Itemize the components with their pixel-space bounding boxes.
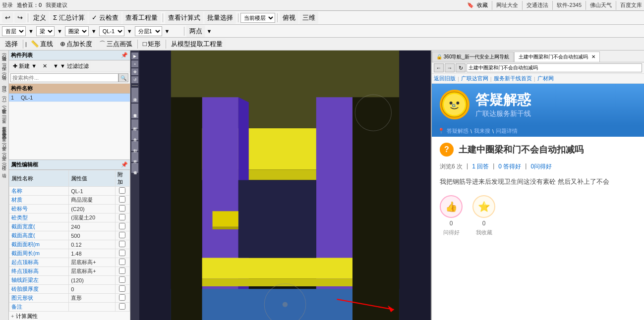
- prop-name-1[interactable]: 材质: [9, 196, 69, 205]
- plan-view-btn[interactable]: 俯视: [280, 12, 298, 24]
- prop-name-4[interactable]: 截面宽度(: [9, 222, 69, 231]
- cloud-check-btn[interactable]: ✓ 云检查: [89, 12, 121, 24]
- prop-name-10[interactable]: 轴线距梁左: [9, 276, 69, 285]
- stat-answers[interactable]: 1 回答: [472, 162, 489, 171]
- prop-name-0[interactable]: 名称: [9, 187, 69, 196]
- link-weather[interactable]: 佛山天气: [590, 1, 612, 9]
- panel-pin-icon[interactable]: 📌: [121, 52, 128, 58]
- prop-name-9[interactable]: 终点顶标高: [9, 267, 69, 276]
- name-select[interactable]: QL-1: [99, 26, 124, 36]
- calc-props-section[interactable]: + 计算属性: [9, 312, 130, 320]
- sidebar-item-loui[interactable]: 楼(I): [0, 161, 8, 168]
- prop-name-7[interactable]: 截面周长(m: [9, 249, 69, 258]
- canvas-tool-align[interactable]: 对齐: [131, 152, 138, 162]
- breadcrumb-2[interactable]: 我来搜: [474, 127, 490, 135]
- prop-check-6[interactable]: [115, 240, 129, 249]
- prop-name-13[interactable]: 备注: [9, 303, 69, 312]
- canvas-tool-select[interactable]: ▶: [131, 53, 138, 59]
- bookmark-link-1[interactable]: 返回旧版: [434, 75, 456, 82]
- canvas-tool-split[interactable]: 分割: [131, 141, 138, 151]
- prop-check-3[interactable]: [115, 213, 129, 222]
- filter-btn[interactable]: ▼ ▼ 过滤过滤: [51, 61, 91, 71]
- prop-check-5[interactable]: [115, 231, 129, 240]
- prop-val-9[interactable]: 层底标高+: [69, 267, 115, 276]
- prop-check-12[interactable]: [115, 294, 129, 303]
- prop-val-10[interactable]: (120): [69, 276, 115, 285]
- breadcrumb-3[interactable]: 问题详情: [496, 127, 518, 135]
- sidebar-item-bao[interactable]: 保(E): [0, 61, 8, 70]
- calc-formula-btn[interactable]: 查看计算式: [165, 12, 203, 24]
- search-input[interactable]: [10, 73, 118, 82]
- twopoint-btn[interactable]: 两点: [186, 25, 205, 37]
- vote-btn[interactable]: 👍 0 问得好: [440, 195, 463, 236]
- new-comp-btn[interactable]: ✚ 新建 ▼: [10, 61, 39, 71]
- collect-btn[interactable]: ⭐ 0 我收藏: [472, 195, 495, 236]
- prop-name-3[interactable]: 砼类型: [9, 213, 69, 222]
- breadcrumb-1[interactable]: 答疑解惑: [447, 127, 468, 135]
- sidebar-item-liangg[interactable]: 梁(G): [0, 151, 8, 160]
- floor-select2[interactable]: 首层: [2, 26, 26, 36]
- redo-btn[interactable]: ↪: [14, 12, 26, 23]
- prop-val-5[interactable]: 500: [69, 231, 115, 240]
- prop-name-11[interactable]: 砖胎膜厚度: [9, 285, 69, 294]
- type-select[interactable]: 梁: [36, 26, 55, 36]
- rect-btn[interactable]: □ 矩形: [140, 38, 164, 50]
- sidebar-item-men[interactable]: 门: [0, 81, 8, 84]
- stat-good-answers[interactable]: 0 答得好: [498, 162, 521, 171]
- forward-btn[interactable]: →: [445, 63, 455, 72]
- bookmark-link-4[interactable]: 广材网: [537, 75, 554, 82]
- prop-val-0[interactable]: QL-1: [69, 187, 115, 196]
- canvas-tool-rotate[interactable]: ↺: [131, 76, 138, 83]
- straight-btn[interactable]: 📏 直线: [28, 38, 56, 50]
- prop-check-8[interactable]: [115, 258, 129, 267]
- canvas-tool-trim[interactable]: 非修剪: [131, 104, 138, 118]
- search-submit-btn[interactable]: 🔍: [118, 73, 128, 82]
- props-pin-icon[interactable]: 📌: [121, 161, 128, 168]
- browser-tab-2[interactable]: 土建中圈梁和门不会自动扣减吗 ✕: [514, 52, 600, 62]
- sidebar-item-chuangi[interactable]: 窗(I): [0, 113, 8, 121]
- sidebar-item-chuangx[interactable]: 窗(X): [0, 132, 8, 141]
- sidebar-item-huchuang[interactable]: 虎窗: [0, 128, 8, 131]
- prop-val-12[interactable]: 直形: [69, 294, 115, 303]
- canvas-tool-extend[interactable]: 延伸: [131, 88, 138, 103]
- prop-name-6[interactable]: 截面面积(m: [9, 240, 69, 249]
- delete-comp-btn[interactable]: ✕: [40, 62, 50, 70]
- subtype-select[interactable]: 圈梁: [65, 26, 89, 36]
- prop-name-8[interactable]: 起点顶标高: [9, 258, 69, 267]
- canvas-tool-zoom[interactable]: +: [131, 60, 138, 67]
- canvas-tool-break[interactable]: 打断: [131, 119, 138, 129]
- point-len-btn[interactable]: ⊕ 点加长度: [57, 38, 95, 50]
- sidebar-item-qiang[interactable]: 墙(Q): [0, 71, 8, 80]
- prop-check-0[interactable]: [115, 187, 129, 196]
- login-link[interactable]: 登录: [2, 1, 13, 9]
- link-software[interactable]: 软件-2345: [557, 1, 582, 9]
- sum-calc-btn[interactable]: Σ 汇总计算: [50, 12, 88, 24]
- view-qty-btn[interactable]: 查看工程量: [122, 12, 161, 24]
- link-jiaotong[interactable]: 交通违法: [527, 1, 548, 9]
- prop-check-2[interactable]: [115, 205, 129, 213]
- batch-select-btn[interactable]: 批量选择: [204, 12, 236, 24]
- canvas-tool-pan[interactable]: ✥: [131, 68, 138, 75]
- select-btn[interactable]: 选择: [2, 38, 21, 50]
- bookmark-link-3[interactable]: 服务新干线首页: [494, 75, 532, 82]
- three-arc-btn[interactable]: ⌒ 三点画弧: [96, 38, 135, 50]
- link-baidu[interactable]: 百度文库: [620, 1, 642, 9]
- floor-select[interactable]: 当前楼层: [240, 13, 275, 23]
- prop-val-2[interactable]: (C20): [69, 205, 115, 213]
- prop-check-9[interactable]: [115, 267, 129, 276]
- prop-check-13[interactable]: [115, 303, 129, 312]
- sidebar-item-xingchuang2[interactable]: 形窗: [0, 125, 8, 128]
- prop-name-5[interactable]: 截面高度(: [9, 231, 69, 240]
- prop-check-10[interactable]: [115, 276, 129, 285]
- prop-check-11[interactable]: [115, 285, 129, 294]
- prop-check-7[interactable]: [115, 249, 129, 258]
- prop-val-4[interactable]: 240: [69, 222, 115, 231]
- prop-name-2[interactable]: 砼标号: [9, 205, 69, 213]
- sidebar-item-xingchuang1[interactable]: 形窗: [0, 121, 8, 124]
- prop-check-4[interactable]: [115, 222, 129, 231]
- prop-val-7[interactable]: 1.48: [69, 249, 115, 258]
- browser-tab-1[interactable]: 🔒 360导航_新一代安全上网导航: [432, 52, 514, 62]
- refresh-btn[interactable]: ↻: [456, 63, 466, 72]
- canvas-tool-offset[interactable]: 偏修: [131, 163, 138, 173]
- prop-val-11[interactable]: 0: [69, 285, 115, 294]
